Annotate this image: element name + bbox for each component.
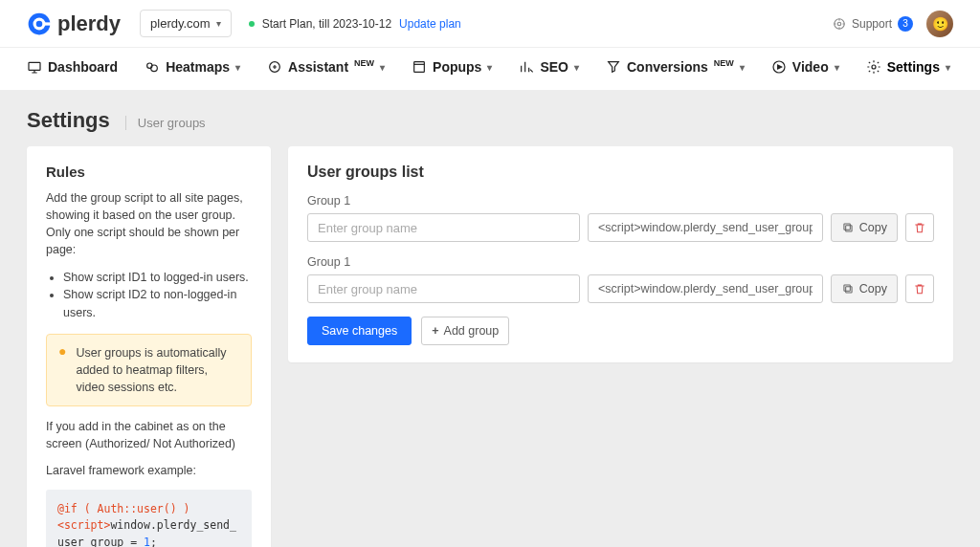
breadcrumb: User groups bbox=[125, 116, 206, 130]
group-script-field[interactable] bbox=[588, 213, 823, 242]
update-plan-link[interactable]: Update plan bbox=[399, 17, 461, 31]
save-label: Save changes bbox=[322, 324, 397, 338]
rules-intro: Add the group script to all site pages, … bbox=[46, 189, 252, 259]
rules-li2: Show script ID2 to non-logged-in users. bbox=[63, 286, 252, 322]
nav-settings-label: Settings bbox=[887, 59, 940, 75]
copy-button[interactable]: Copy bbox=[831, 274, 898, 303]
heatmaps-icon bbox=[145, 59, 160, 75]
nav-seo-label: SEO bbox=[540, 59, 568, 75]
chevron-down-icon: ▾ bbox=[487, 62, 492, 73]
avatar[interactable]: 🙂 bbox=[926, 11, 953, 37]
plan-status-dot bbox=[249, 21, 255, 27]
svg-point-5 bbox=[837, 22, 841, 26]
trash-icon bbox=[913, 282, 926, 295]
copy-icon bbox=[841, 221, 855, 234]
groups-heading: User groups list bbox=[307, 164, 934, 181]
site-selector-label: plerdy.com bbox=[150, 16, 211, 31]
user-groups-panel: User groups list Group 1 Copy Group 1 bbox=[288, 146, 953, 362]
svg-rect-14 bbox=[844, 224, 850, 230]
info-text: User groups is automatically added to he… bbox=[76, 344, 239, 396]
logo[interactable]: plerdy bbox=[27, 11, 121, 36]
copy-label: Copy bbox=[859, 221, 887, 234]
nav-assistant-label: Assistant bbox=[288, 59, 348, 75]
svg-rect-13 bbox=[845, 226, 851, 231]
svg-rect-6 bbox=[29, 62, 40, 70]
dashboard-icon bbox=[27, 59, 42, 75]
copy-icon bbox=[841, 282, 855, 295]
nav-video-label: Video bbox=[792, 59, 829, 75]
assistant-icon bbox=[267, 59, 282, 75]
copy-label: Copy bbox=[859, 282, 887, 295]
nav-popups[interactable]: Popups ▾ bbox=[412, 59, 492, 75]
new-badge: NEW bbox=[354, 58, 374, 68]
rules-heading: Rules bbox=[46, 164, 252, 180]
chevron-down-icon: ▾ bbox=[740, 62, 745, 73]
info-icon: ● bbox=[58, 344, 66, 396]
chevron-down-icon: ▾ bbox=[216, 18, 221, 29]
laravel-heading: Laravel framework example: bbox=[46, 462, 252, 479]
trash-icon bbox=[913, 221, 926, 234]
group-script-field[interactable] bbox=[588, 274, 823, 303]
nav-dashboard[interactable]: Dashboard bbox=[27, 59, 118, 75]
svg-point-3 bbox=[36, 20, 43, 27]
nav-heatmaps-label: Heatmaps bbox=[166, 59, 230, 75]
conversions-icon bbox=[606, 59, 621, 75]
support-count: 3 bbox=[898, 16, 913, 32]
group-row: Group 1 Copy bbox=[307, 255, 934, 303]
video-icon bbox=[771, 59, 787, 75]
save-button[interactable]: Save changes bbox=[307, 317, 412, 345]
group-label: Group 1 bbox=[307, 194, 934, 208]
group-name-input[interactable] bbox=[307, 274, 580, 303]
group-label: Group 1 bbox=[307, 255, 934, 269]
nav-seo[interactable]: SEO ▾ bbox=[519, 59, 579, 75]
chevron-down-icon: ▾ bbox=[380, 62, 385, 73]
support-icon bbox=[833, 17, 846, 31]
popups-icon bbox=[412, 59, 427, 75]
rules-panel: Rules Add the group script to all site p… bbox=[27, 146, 271, 547]
nav-conversions[interactable]: Conversions NEW ▾ bbox=[606, 59, 745, 75]
svg-rect-10 bbox=[414, 62, 425, 73]
rules-note-cabinet: If you add in the cabinet as on the scre… bbox=[46, 418, 252, 452]
info-box: ● User groups is automatically added to … bbox=[46, 334, 252, 406]
chevron-down-icon: ▾ bbox=[946, 62, 950, 73]
group-name-input[interactable] bbox=[307, 213, 580, 242]
svg-rect-16 bbox=[844, 285, 850, 291]
support-label: Support bbox=[852, 17, 892, 31]
nav-settings[interactable]: Settings ▾ bbox=[866, 59, 950, 75]
plerdy-logo-icon bbox=[27, 11, 52, 36]
group-row: Group 1 Copy bbox=[307, 194, 934, 242]
rules-li1: Show script ID1 to logged-in users. bbox=[63, 269, 252, 287]
new-badge: NEW bbox=[714, 58, 734, 68]
svg-rect-15 bbox=[845, 287, 851, 293]
delete-button[interactable] bbox=[905, 274, 934, 303]
add-group-label: Add group bbox=[444, 324, 500, 338]
seo-icon bbox=[519, 59, 534, 75]
svg-rect-2 bbox=[42, 22, 52, 25]
delete-button[interactable] bbox=[905, 213, 934, 242]
site-selector[interactable]: plerdy.com ▾ bbox=[140, 10, 232, 37]
code-example: @if ( Auth::user() ) <script>window.pler… bbox=[46, 490, 252, 548]
nav-conversions-label: Conversions bbox=[627, 59, 708, 75]
support-button[interactable]: Support 3 bbox=[833, 16, 913, 32]
page-title: Settings bbox=[27, 108, 110, 133]
plan-text: Start Plan, till 2023-10-12 bbox=[262, 17, 391, 31]
chevron-down-icon: ▾ bbox=[574, 62, 579, 73]
add-group-button[interactable]: + Add group bbox=[421, 317, 509, 345]
svg-point-8 bbox=[151, 65, 158, 72]
svg-point-12 bbox=[872, 65, 876, 69]
nav-popups-label: Popups bbox=[433, 59, 481, 75]
nav-heatmaps[interactable]: Heatmaps ▾ bbox=[145, 59, 240, 75]
settings-icon bbox=[866, 59, 881, 75]
plus-icon: + bbox=[432, 324, 438, 338]
nav-video[interactable]: Video ▾ bbox=[771, 59, 839, 75]
chevron-down-icon: ▾ bbox=[835, 62, 839, 73]
nav-dashboard-label: Dashboard bbox=[48, 59, 118, 75]
logo-text: plerdy bbox=[57, 11, 121, 36]
chevron-down-icon: ▾ bbox=[235, 62, 240, 73]
copy-button[interactable]: Copy bbox=[831, 213, 898, 242]
nav-assistant[interactable]: Assistant NEW ▾ bbox=[267, 59, 385, 75]
